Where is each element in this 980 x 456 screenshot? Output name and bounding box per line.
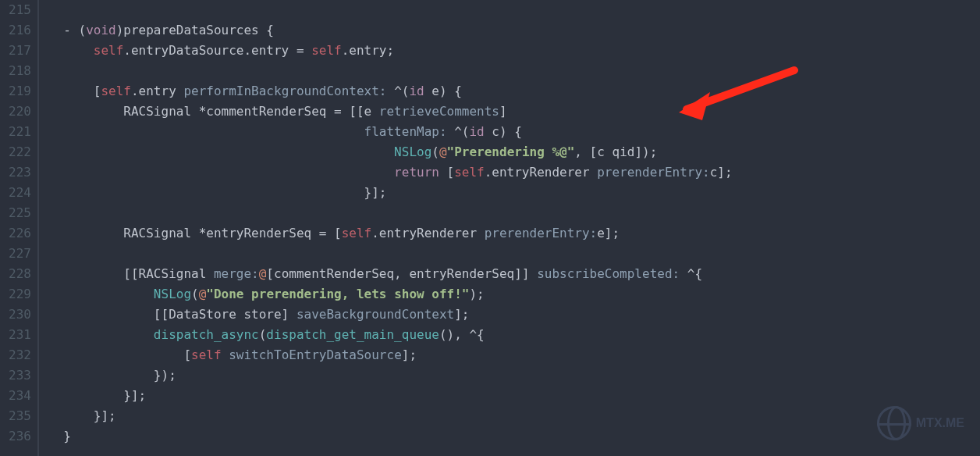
- code-token: "Prerendering %@": [447, 144, 575, 159]
- code-token: RACSignal *entryRenderSeq = [: [48, 226, 342, 240]
- code-token: [48, 124, 364, 139]
- code-token: .entryRenderer: [371, 226, 485, 240]
- code-token: }: [48, 429, 71, 444]
- code-line[interactable]: [self.entry performInBackgroundContext: …: [48, 81, 733, 102]
- code-token: }];: [48, 185, 386, 200]
- code-token: merge:: [214, 266, 259, 281]
- code-token: self: [454, 165, 485, 180]
- code-token: c) {: [485, 124, 522, 139]
- code-token: self: [342, 226, 372, 240]
- code-token: .entryDataSource.entry =: [123, 43, 311, 58]
- code-token: self: [311, 43, 342, 58]
- code-line[interactable]: dispatch_async(dispatch_get_main_queue()…: [48, 325, 733, 345]
- line-number: 225: [3, 203, 31, 223]
- code-token: RACSignal *commentRenderSeq = [[e: [48, 104, 379, 119]
- code-line[interactable]: }];: [48, 183, 733, 203]
- code-token: )prepareDataSources {: [116, 23, 274, 37]
- code-token: prerenderEntry:: [485, 226, 598, 240]
- code-token: [48, 287, 154, 301]
- code-token: [222, 347, 229, 362]
- code-line[interactable]: NSLog(@"Prerendering %@", [c qid]);: [48, 142, 733, 162]
- line-number: 219: [3, 81, 31, 102]
- code-token: NSLog: [154, 287, 191, 301]
- code-token: prerenderEntry:: [597, 165, 710, 180]
- code-token: ^{: [680, 266, 702, 281]
- code-token: e) {: [424, 84, 462, 98]
- line-number: 233: [3, 365, 31, 386]
- code-token: subscribeCompleted:: [537, 266, 680, 281]
- code-line[interactable]: }];: [48, 386, 733, 406]
- code-line[interactable]: });: [48, 365, 733, 386]
- line-number: 215: [3, 0, 31, 20]
- code-token: c];: [710, 165, 733, 180]
- code-token: @: [259, 266, 267, 281]
- code-line[interactable]: RACSignal *entryRenderSeq = [self.entryR…: [48, 223, 733, 244]
- code-token: [48, 43, 94, 58]
- code-token: [48, 327, 154, 342]
- code-token: ^(: [387, 84, 410, 98]
- code-token: performInBackgroundContext:: [183, 84, 386, 98]
- code-token: id: [409, 84, 424, 98]
- code-line[interactable]: return [self.entryRenderer prerenderEntr…: [48, 162, 733, 183]
- code-token: switchToEntryDataSource: [229, 347, 402, 362]
- code-token: [[RACSignal: [48, 266, 214, 281]
- code-token: ^(: [447, 124, 470, 139]
- code-token: (: [191, 287, 199, 301]
- code-line[interactable]: [[DataStore store] saveBackgroundContext…: [48, 305, 733, 325]
- line-number: 218: [3, 61, 31, 81]
- code-token: retrieveComments: [379, 104, 499, 119]
- code-token: ];: [402, 347, 417, 362]
- code-line[interactable]: RACSignal *commentRenderSeq = [[e retrie…: [48, 102, 733, 122]
- code-token: );: [469, 287, 484, 301]
- code-line[interactable]: self.entryDataSource.entry = self.entry;: [48, 41, 733, 61]
- code-line[interactable]: [48, 244, 733, 264]
- code-token: [: [48, 84, 101, 98]
- line-number: 227: [3, 244, 31, 264]
- code-line[interactable]: - (void)prepareDataSources {: [48, 20, 733, 41]
- line-number: 222: [3, 142, 31, 162]
- code-line[interactable]: [48, 203, 733, 223]
- code-line[interactable]: }: [48, 426, 733, 447]
- line-number: 224: [3, 183, 31, 203]
- code-token: ];: [454, 307, 469, 322]
- line-number: 230: [3, 305, 31, 325]
- code-token: [48, 144, 394, 159]
- code-line[interactable]: }];: [48, 406, 733, 426]
- line-number: 229: [3, 284, 31, 305]
- code-editor: 2152162172182192202212222232242252262272…: [0, 0, 980, 456]
- code-token: ]: [499, 104, 507, 119]
- code-token: [commentRenderSeq, entryRenderSeq]]: [266, 266, 537, 281]
- code-token: self: [101, 84, 131, 98]
- code-line[interactable]: [self switchToEntryDataSource];: [48, 345, 733, 365]
- code-token: }];: [48, 388, 146, 403]
- code-line[interactable]: NSLog(@"Done prerendering, lets show off…: [48, 284, 733, 305]
- code-area[interactable]: - (void)prepareDataSources { self.entryD…: [39, 0, 733, 456]
- line-number: 231: [3, 325, 31, 345]
- code-token: @: [439, 144, 447, 159]
- code-token: [48, 165, 394, 180]
- line-number: 235: [3, 406, 31, 426]
- code-line[interactable]: [48, 0, 733, 20]
- code-token: (: [431, 144, 439, 159]
- line-number: 221: [3, 122, 31, 142]
- line-number: 226: [3, 223, 31, 244]
- line-number: 223: [3, 162, 31, 183]
- line-number-gutter: 2152162172182192202212222232242252262272…: [0, 0, 39, 456]
- code-token: void: [86, 23, 116, 37]
- code-token: [: [48, 347, 191, 362]
- line-number: 220: [3, 102, 31, 122]
- code-token: self: [191, 347, 222, 362]
- code-line[interactable]: [[RACSignal merge:@[commentRenderSeq, en…: [48, 264, 733, 284]
- code-token: saveBackgroundContext: [296, 307, 454, 322]
- code-line[interactable]: flattenMap: ^(id c) {: [48, 122, 733, 142]
- code-token: e];: [597, 226, 620, 240]
- line-number: 228: [3, 264, 31, 284]
- code-token: flattenMap:: [364, 124, 447, 139]
- code-token: [[DataStore store]: [48, 307, 296, 322]
- code-token: dispatch_async: [154, 327, 259, 342]
- code-token: NSLog: [394, 144, 431, 159]
- code-line[interactable]: [48, 61, 733, 81]
- line-number: 216: [3, 20, 31, 41]
- code-token: (), ^{: [439, 327, 485, 342]
- code-token: .entry: [131, 84, 183, 98]
